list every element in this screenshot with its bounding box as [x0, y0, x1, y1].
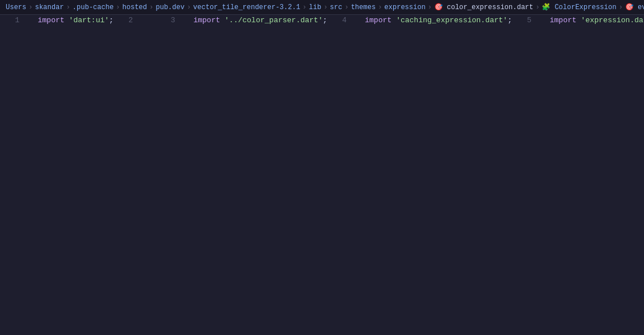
breadcrumb-method[interactable]: 🎯 evaluate [625, 3, 644, 11]
code-line: 2 [114, 15, 156, 335]
breadcrumb-package[interactable]: vector_tile_renderer-3.2.1 [193, 3, 300, 11]
breadcrumb-skandar[interactable]: skandar [35, 3, 63, 11]
line-number: 1 [0, 15, 25, 335]
token: ; [323, 16, 327, 25]
breadcrumb: Users › skandar › .pub-cache › hosted › … [0, 0, 644, 15]
token: ; [507, 16, 512, 25]
line-number: 2 [114, 15, 139, 335]
token: import [38, 16, 69, 25]
breadcrumb-class[interactable]: 🧩 ColorExpression [542, 3, 616, 11]
code-line: 4import 'caching_expression.dart'; [327, 15, 512, 335]
token: import [193, 16, 225, 25]
token: 'dart:ui' [69, 16, 109, 25]
sep: › [29, 3, 33, 11]
line-indicator [181, 15, 191, 335]
breadcrumb-users[interactable]: Users [6, 3, 26, 11]
sep: › [149, 3, 153, 11]
sep: › [66, 3, 70, 11]
breadcrumb-expression[interactable]: expression [385, 3, 426, 11]
sep: › [378, 3, 382, 11]
line-content: import 'expression.dart'; [547, 15, 644, 335]
line-content: import 'caching_expression.dart'; [363, 15, 512, 335]
code-line: 1import 'dart:ui'; [0, 15, 114, 335]
code-line: 3import '../color_parser.dart'; [155, 15, 327, 335]
token: import [550, 16, 581, 25]
token: '../color_parser.dart' [225, 16, 323, 25]
breadcrumb-themes[interactable]: themes [351, 3, 375, 11]
line-content: import '../color_parser.dart'; [191, 15, 327, 335]
sep: › [428, 3, 432, 11]
breadcrumb-file[interactable]: 🎯 color_expression.dart [434, 3, 533, 11]
line-number: 4 [327, 15, 353, 335]
breadcrumb-pub-cache[interactable]: .pub-cache [73, 3, 114, 11]
sep: › [345, 3, 349, 11]
line-indicator [353, 15, 363, 335]
sep: › [187, 3, 191, 11]
token: 'expression.dart' [581, 16, 644, 25]
line-indicator [25, 15, 35, 335]
token: import [365, 16, 397, 25]
sep: › [323, 3, 327, 11]
breadcrumb-pubdev[interactable]: pub.dev [155, 3, 184, 11]
sep: › [302, 3, 306, 11]
code-editor[interactable]: 1import 'dart:ui';2 3import '../color_pa… [0, 15, 644, 335]
token: 'caching_expression.dart' [396, 16, 507, 25]
breadcrumb-src[interactable]: src [330, 3, 342, 11]
token: ; [109, 16, 114, 25]
line-content: import 'dart:ui'; [35, 15, 114, 335]
line-number: 3 [155, 15, 181, 335]
sep: › [535, 3, 539, 11]
line-number: 5 [512, 15, 537, 335]
breadcrumb-lib[interactable]: lib [309, 3, 322, 11]
code-line: 5import 'expression.dart'; [512, 15, 644, 335]
line-indicator [139, 15, 149, 335]
sep: › [619, 3, 623, 11]
sep: › [116, 3, 120, 11]
line-content [149, 15, 156, 335]
breadcrumb-hosted[interactable]: hosted [122, 3, 147, 11]
line-indicator [537, 15, 547, 335]
